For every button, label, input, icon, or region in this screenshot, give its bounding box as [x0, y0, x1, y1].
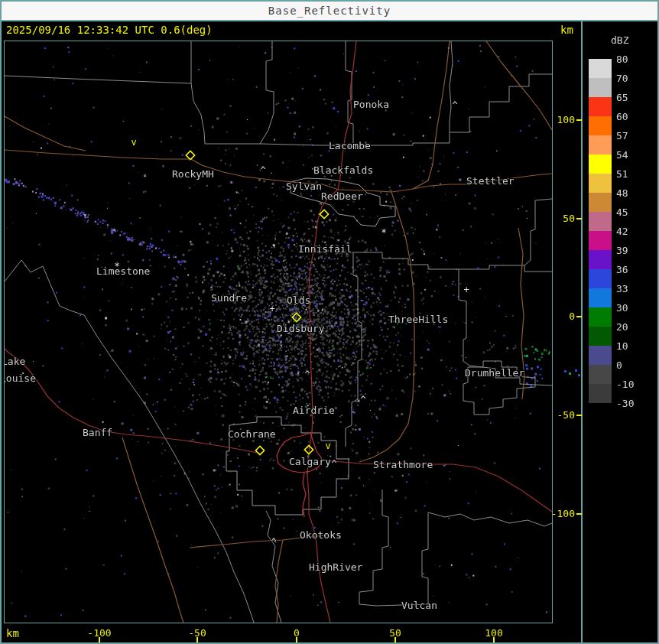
legend-color-box: [589, 327, 612, 346]
x-axis-tick-mark: [493, 637, 495, 642]
legend-scale-label: -30: [616, 398, 650, 409]
legend-scale-label: 80: [616, 54, 650, 65]
legend-scale-label: 0: [616, 359, 650, 371]
stray-echo-dot: [575, 369, 577, 372]
frame-left: [0, 0, 2, 644]
legend-color-box: [589, 288, 612, 307]
y-axis-tick-label: 0: [535, 311, 575, 322]
legend-scale-label: 36: [616, 264, 650, 275]
legend-scale-label: 57: [616, 130, 650, 141]
legend-scale-label: 20: [616, 321, 650, 333]
legend-color-box: [589, 365, 612, 384]
legend-color-box: [589, 174, 612, 193]
legend-color-box: [589, 231, 612, 250]
y-axis-tick-label: 50: [535, 213, 575, 224]
legend-scale-label: 30: [616, 302, 650, 314]
y-axis-tick-mark: [576, 119, 582, 121]
legend-color-box: [589, 78, 612, 97]
legend-color-box: [589, 269, 612, 288]
legend-scale-label: 60: [616, 111, 650, 122]
legend-scale-label: 70: [616, 73, 650, 84]
x-axis-tick-mark: [99, 637, 100, 642]
legend-color-box: [589, 97, 612, 116]
scan-timestamp: 2025/09/16 12:33:42 UTC 0.6(deg): [6, 24, 213, 36]
x-axis-tick-mark: [394, 637, 396, 642]
legend-scale-label: 54: [616, 149, 650, 161]
legend-color-box: [589, 154, 612, 174]
y-axis-tick-label: -100: [535, 508, 575, 519]
legend-color-box: [589, 116, 612, 135]
y-axis-tick-mark: [576, 415, 582, 416]
y-axis-tick-mark: [576, 218, 582, 220]
stray-echo-dot: [564, 370, 566, 372]
y-axis-tick-label: -50: [535, 409, 575, 421]
legend-scale-label: 10: [616, 340, 650, 352]
legend-color-box: [589, 59, 612, 78]
legend-color-box: [589, 307, 612, 327]
legend-color-box: [589, 193, 612, 212]
legend-scale-label: 33: [616, 283, 650, 294]
legend-scale-label: 39: [616, 245, 650, 256]
legend-scale-label: 48: [616, 187, 650, 199]
legend-color-box: [589, 384, 612, 403]
radar-app-window: { "window": { "title": "Base_Reflectivit…: [0, 0, 659, 644]
y-axis-tick-mark: [576, 513, 582, 515]
bottom-axis-unit: km: [6, 627, 19, 639]
legend-scale-label: 45: [616, 207, 650, 218]
legend-color-box: [589, 135, 612, 154]
legend-scale-label: 42: [616, 226, 650, 237]
legend-color-box: [589, 250, 612, 269]
stray-echo-dot: [578, 374, 580, 376]
stray-echo-dot: [569, 372, 571, 375]
titlebar-separator: [0, 20, 659, 21]
radar-map-panel[interactable]: [4, 41, 553, 623]
legend-divider: [581, 21, 583, 644]
y-axis-tick-mark: [576, 316, 582, 317]
top-axis-unit: km: [560, 24, 573, 36]
legend-scale-label: 51: [616, 168, 650, 180]
y-axis-tick-label: 100: [535, 114, 575, 125]
legend-scale-label: -10: [616, 379, 650, 390]
legend-color-box: [589, 212, 612, 231]
legend-scale-label: 65: [616, 92, 650, 103]
x-axis-tick-mark: [296, 637, 297, 642]
frame-top: [0, 0, 659, 2]
window-title[interactable]: Base_Reflectivity: [2, 2, 657, 20]
legend-title: dBZ: [611, 34, 628, 46]
x-axis-tick-mark: [196, 637, 198, 642]
legend-color-box: [589, 346, 612, 365]
